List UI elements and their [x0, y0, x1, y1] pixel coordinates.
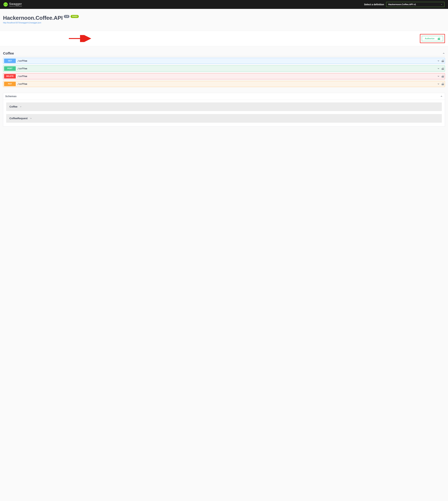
swagger-logo: Swagger Supported by SMARTBEAR	[3, 2, 22, 7]
operation-delete-coffee[interactable]: DELETE /coffee	[3, 73, 445, 79]
schema-name: Coffee	[9, 105, 17, 108]
chevron-down-icon	[437, 60, 440, 62]
chevron-right-icon	[20, 106, 22, 108]
unlock-icon	[438, 37, 440, 40]
unlock-icon[interactable]	[442, 60, 444, 62]
schema-item-coffeerequest[interactable]: CoffeeRequest	[6, 114, 442, 123]
unlock-icon[interactable]	[442, 75, 444, 78]
authorize-button[interactable]: Authorize	[422, 36, 443, 41]
method-badge: PUT	[4, 82, 16, 86]
unlock-icon[interactable]	[442, 67, 444, 70]
chevron-down-icon	[437, 83, 440, 85]
definition-selected: Hackernoon.Coffee.API v1	[388, 3, 416, 6]
chevron-down-icon	[437, 67, 440, 70]
method-badge: GET	[4, 59, 16, 63]
operation-path: /coffee	[17, 59, 437, 62]
schemas-section: Schemas Coffee CoffeeRequest	[3, 93, 445, 127]
tag-name: Coffee	[3, 51, 14, 55]
tag-header-coffee[interactable]: Coffee	[3, 50, 445, 56]
api-title: Hackernoon.Coffee.API	[3, 15, 63, 21]
operation-path: /coffee	[17, 67, 437, 70]
oas-badge: OAS3	[71, 15, 79, 18]
brand-name: Swagger	[9, 2, 22, 5]
annotation-highlight: Authorize	[420, 34, 445, 43]
definition-select[interactable]: Hackernoon.Coffee.API v1	[386, 2, 445, 7]
brand-subtitle: Supported by SMARTBEAR	[9, 6, 22, 7]
svg-point-1	[5, 4, 6, 5]
chevron-down-icon	[441, 4, 442, 5]
chevron-down-icon	[437, 75, 440, 78]
method-badge: DELETE	[4, 74, 16, 79]
method-badge: POST	[4, 66, 16, 71]
schema-item-coffee[interactable]: Coffee	[6, 102, 442, 111]
authorize-label: Authorize	[425, 37, 434, 40]
unlock-icon[interactable]	[442, 83, 444, 85]
authorize-bar: Authorize	[0, 31, 448, 46]
operation-put-coffee[interactable]: PUT /coffee	[3, 81, 445, 87]
definition-label: Select a definition	[364, 3, 384, 6]
swagger-logo-icon	[3, 2, 8, 7]
schemas-title: Schemas	[5, 95, 16, 98]
operation-get-coffee[interactable]: GET /coffee	[3, 58, 445, 64]
version-badge: 1.0	[64, 15, 69, 18]
chevron-up-icon	[440, 95, 443, 98]
operations-section: Coffee GET /coffee POST /coffee DELETE /…	[0, 46, 448, 88]
operation-path: /coffee	[17, 75, 437, 78]
api-info-section: Hackernoon.Coffee.API 1.0 OAS3 http://lo…	[0, 9, 448, 31]
chevron-right-icon	[30, 117, 32, 119]
annotation-arrow-icon	[69, 35, 92, 42]
swagger-json-url[interactable]: http://localhost:5073/swagger/v1/swagger…	[3, 22, 41, 24]
schema-name: CoffeeRequest	[9, 117, 28, 120]
topbar: Swagger Supported by SMARTBEAR Select a …	[0, 0, 448, 9]
schemas-header[interactable]: Schemas	[3, 93, 445, 100]
operation-path: /coffee	[17, 83, 437, 85]
operation-post-coffee[interactable]: POST /coffee	[3, 66, 445, 72]
chevron-up-icon	[442, 52, 445, 55]
